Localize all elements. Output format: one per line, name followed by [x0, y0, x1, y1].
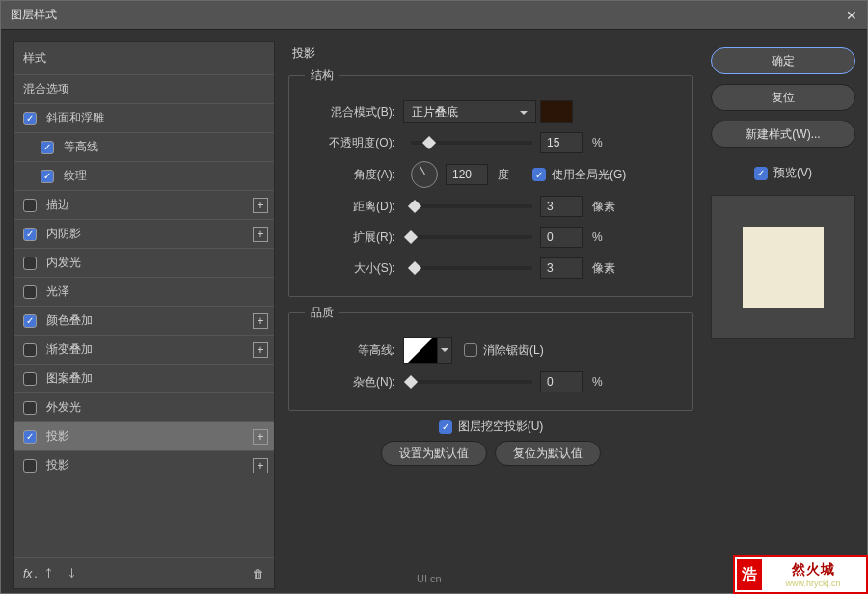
effect-checkbox[interactable] — [41, 170, 54, 183]
plus-icon[interactable]: + — [253, 458, 268, 473]
effect-label: 图案叠加 — [46, 370, 268, 387]
angle-dial[interactable] — [411, 161, 438, 188]
size-unit: 像素 — [592, 260, 627, 277]
arrow-up-icon[interactable]: 🡑 — [43, 567, 55, 580]
dialog-body: 样式 混合选项 斜面和浮雕等高线纹理描边+内阴影+内发光光泽颜色叠加+渐变叠加+… — [1, 30, 867, 593]
effect-checkbox[interactable] — [23, 372, 37, 386]
effect-label: 颜色叠加 — [46, 312, 253, 329]
angle-unit: 度 — [498, 167, 532, 183]
effect-checkbox[interactable] — [23, 430, 37, 444]
noise-field[interactable]: 0 — [540, 371, 583, 392]
blending-options[interactable]: 混合选项 — [14, 74, 274, 103]
new-style-button[interactable]: 新建样式(W)... — [711, 121, 855, 148]
effect-item[interactable]: 内阴影+ — [14, 219, 274, 248]
make-default-button[interactable]: 设置为默认值 — [381, 441, 487, 466]
preview-label: 预览(V) — [773, 165, 812, 181]
preview-swatch — [743, 227, 824, 308]
size-field[interactable]: 3 — [540, 257, 583, 279]
dialog-title: 图层样式 — [11, 7, 57, 23]
angle-field[interactable]: 120 — [446, 164, 488, 185]
effect-checkbox[interactable] — [23, 228, 37, 241]
effect-checkbox[interactable] — [23, 112, 37, 125]
size-slider[interactable] — [411, 266, 532, 270]
effect-item[interactable]: 外发光 — [14, 392, 274, 421]
effect-checkbox[interactable] — [23, 199, 37, 212]
contour-dropdown[interactable] — [437, 337, 452, 364]
effect-checkbox[interactable] — [23, 401, 37, 415]
trash-icon[interactable]: 🗑 — [253, 567, 264, 580]
watermark-char: 浩 — [737, 559, 762, 590]
effect-label: 等高线 — [64, 139, 268, 155]
plus-icon[interactable]: + — [253, 429, 268, 445]
plus-icon[interactable]: + — [253, 342, 268, 358]
opacity-slider[interactable] — [411, 141, 532, 145]
effect-checkbox[interactable] — [23, 256, 37, 270]
opacity-unit: % — [592, 136, 627, 149]
effect-item[interactable]: 渐变叠加+ — [14, 335, 274, 364]
knockout-label: 图层挖空投影(U) — [458, 418, 544, 435]
global-light-checkbox[interactable] — [532, 168, 546, 181]
effect-checkbox[interactable] — [23, 459, 37, 472]
effect-item[interactable]: 纹理 — [14, 161, 274, 190]
reset-default-button[interactable]: 复位为默认值 — [495, 441, 601, 466]
anti-alias-label: 消除锯齿(L) — [483, 342, 544, 359]
effect-item[interactable]: 光泽 — [14, 277, 274, 306]
fx-icon[interactable]: fx — [23, 567, 32, 580]
watermark-url: www.hryckj.cn — [762, 579, 864, 588]
arrow-down-icon[interactable]: 🡓 — [67, 567, 78, 580]
effect-item[interactable]: 斜面和浮雕 — [14, 103, 274, 132]
effect-label: 光泽 — [46, 284, 268, 300]
spread-unit: % — [592, 230, 627, 244]
structure-legend: 结构 — [305, 68, 339, 84]
knockout-checkbox[interactable] — [439, 420, 452, 434]
contour-label: 等高线: — [301, 342, 395, 359]
effect-checkbox[interactable] — [41, 141, 54, 154]
anti-alias-checkbox[interactable] — [464, 343, 477, 357]
effect-item[interactable]: 等高线 — [14, 132, 274, 161]
plus-icon[interactable]: + — [253, 313, 268, 329]
effect-checkbox[interactable] — [23, 343, 37, 357]
effect-checkbox[interactable] — [23, 314, 37, 328]
spread-slider[interactable] — [411, 235, 532, 239]
effect-item[interactable]: 投影+ — [14, 421, 274, 450]
styles-footer: fx. 🡑 🡓 🗑 — [14, 557, 274, 588]
distance-field[interactable]: 3 — [540, 196, 583, 217]
effect-item[interactable]: 内发光 — [14, 248, 274, 277]
spread-field[interactable]: 0 — [540, 227, 583, 248]
section-title: 投影 — [288, 45, 693, 62]
opacity-field[interactable]: 15 — [540, 132, 583, 153]
effect-item[interactable]: 颜色叠加+ — [14, 306, 274, 335]
effect-label: 纹理 — [64, 168, 268, 184]
ok-button[interactable]: 确定 — [711, 47, 855, 74]
effect-label: 描边 — [46, 197, 253, 213]
titlebar[interactable]: 图层样式 ✕ — [1, 1, 867, 30]
effect-checkbox[interactable] — [23, 285, 37, 299]
shadow-color-swatch[interactable] — [540, 100, 573, 123]
brand-watermark: UI cn — [417, 573, 442, 584]
plus-icon[interactable]: + — [253, 198, 268, 213]
quality-group: 品质 等高线: 消除锯齿(L) 杂色(N): 0 % — [288, 305, 693, 411]
distance-slider[interactable] — [411, 204, 532, 208]
effects-list: 斜面和浮雕等高线纹理描边+内阴影+内发光光泽颜色叠加+渐变叠加+图案叠加外发光投… — [14, 103, 274, 557]
preview-checkbox[interactable] — [754, 167, 768, 180]
preview-box — [711, 195, 855, 339]
effect-item[interactable]: 描边+ — [14, 190, 274, 219]
contour-preview[interactable] — [403, 337, 438, 364]
distance-unit: 像素 — [592, 199, 627, 215]
blend-mode-dropdown[interactable]: 正片叠底 — [403, 100, 536, 123]
effect-item[interactable]: 图案叠加 — [14, 364, 274, 392]
effect-label: 渐变叠加 — [46, 341, 253, 358]
plus-icon[interactable]: + — [253, 227, 268, 242]
styles-header[interactable]: 样式 — [14, 42, 274, 74]
effect-item[interactable]: 投影+ — [14, 450, 274, 479]
effect-label: 外发光 — [46, 399, 268, 416]
distance-label: 距离(D): — [301, 199, 395, 215]
cancel-button[interactable]: 复位 — [711, 84, 855, 111]
quality-legend: 品质 — [305, 305, 339, 321]
layer-style-dialog: 图层样式 ✕ 样式 混合选项 斜面和浮雕等高线纹理描边+内阴影+内发光光泽颜色叠… — [0, 0, 868, 594]
effect-label: 内阴影 — [46, 226, 253, 242]
close-icon[interactable]: ✕ — [846, 8, 857, 23]
noise-slider[interactable] — [411, 380, 532, 384]
blend-mode-label: 混合模式(B): — [301, 104, 395, 121]
effect-label: 投影 — [46, 457, 253, 473]
